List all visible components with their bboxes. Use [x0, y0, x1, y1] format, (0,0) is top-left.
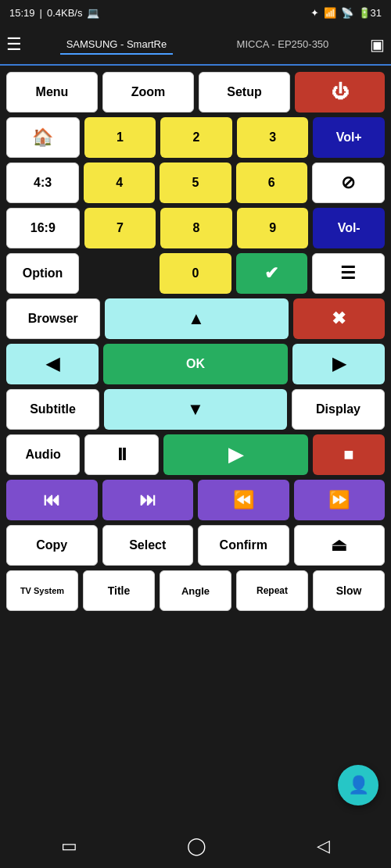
num-3-button[interactable]: 3 — [237, 117, 309, 158]
tab-samsung[interactable]: SAMSUNG - SmartRe — [60, 35, 174, 55]
close-button[interactable]: ✖ — [293, 298, 386, 339]
subtitle-button[interactable]: Subtitle — [6, 389, 99, 430]
nav-left-button[interactable]: ◀ — [6, 344, 99, 384]
slow-button[interactable]: Slow — [313, 570, 385, 611]
tvsystem-button[interactable]: TV System — [6, 570, 78, 611]
row-tvsystem: TV System Title Angle Repeat Slow — [6, 570, 385, 611]
fab-button[interactable]: 👤 — [338, 765, 378, 805]
person-icon: 👤 — [348, 775, 369, 795]
status-bar: 15:19 | 0.4KB/s 💻 ✦ 📶 📡 🔋31 — [0, 0, 391, 25]
status-speed: 0.4KB/s — [47, 7, 83, 19]
menu-icon[interactable]: ☰ — [6, 34, 22, 55]
skip-next-button[interactable]: ⏭ — [102, 480, 194, 520]
repeat-button[interactable]: Repeat — [236, 570, 308, 611]
status-device-icon: 💻 — [87, 7, 99, 19]
display-button[interactable]: Display — [292, 389, 385, 430]
num-8-button[interactable]: 8 — [160, 208, 232, 248]
title-button[interactable]: Title — [83, 570, 155, 611]
rewind-button[interactable]: ⏪ — [198, 480, 289, 520]
num-6-button[interactable]: 6 — [236, 163, 307, 203]
bottom-square-icon[interactable]: ▭ — [61, 836, 77, 856]
status-icons: ✦ 📶 📡 🔋31 — [310, 7, 382, 19]
option-button[interactable]: Option — [6, 253, 79, 294]
row-ok: ◀ OK ▶ — [6, 344, 385, 384]
row-menu: Menu Zoom Setup ⏻ — [6, 72, 385, 113]
num-5-button[interactable]: 5 — [160, 163, 231, 203]
copy-button[interactable]: Copy — [6, 525, 98, 566]
signal-icon: 📶 — [324, 7, 336, 19]
bluetooth-icon: ✦ — [310, 7, 319, 19]
menu-button[interactable]: Menu — [6, 72, 98, 113]
device-tabs: SAMSUNG - SmartRe MICCA - EP250-350 — [31, 35, 364, 55]
list-button[interactable]: ☰ — [312, 253, 385, 294]
vol-down-button[interactable]: Vol- — [313, 208, 385, 248]
num-7-button[interactable]: 7 — [84, 208, 156, 248]
row-subtitle: Subtitle ▼ Display — [6, 389, 385, 430]
aspect-43-button[interactable]: 4:3 — [6, 163, 79, 203]
home-icon: 🏠 — [32, 127, 53, 148]
power-button[interactable]: ⏻ — [295, 72, 385, 113]
num-0-button[interactable]: 0 — [160, 253, 231, 294]
skip-prev-button[interactable]: ⏮ — [6, 480, 98, 520]
row-audio: Audio ⏸ ▶ ■ — [6, 434, 385, 475]
row-num789: 16:9 7 8 9 Vol- — [6, 208, 385, 248]
block-button[interactable]: ⊘ — [312, 163, 385, 203]
row-skip: ⏮ ⏭ ⏪ ⏩ — [6, 480, 385, 520]
status-data: | — [40, 7, 42, 19]
num-1-button[interactable]: 1 — [84, 117, 156, 158]
num-2-button[interactable]: 2 — [160, 117, 232, 158]
row-num456: 4:3 4 5 6 ⊘ — [6, 163, 385, 203]
angle-button[interactable]: Angle — [160, 570, 231, 611]
row-copy: Copy Select Confirm ⏏ — [6, 525, 385, 566]
fast-forward-button[interactable]: ⏩ — [294, 480, 386, 520]
confirm-button[interactable]: Confirm — [198, 525, 289, 566]
zoom-button[interactable]: Zoom — [102, 72, 194, 113]
remote-control: Menu Zoom Setup ⏻ 🏠 1 2 3 Vol+ 4:3 4 5 6… — [0, 66, 391, 824]
audio-button[interactable]: Audio — [6, 434, 80, 475]
wifi-icon: 📡 — [341, 7, 353, 19]
eject-button[interactable]: ⏏ — [294, 525, 386, 566]
nav-bar: ☰ SAMSUNG - SmartRe MICCA - EP250-350 ▣ — [0, 25, 391, 66]
bottom-back-icon[interactable]: ◁ — [317, 836, 330, 856]
aspect-169-button[interactable]: 16:9 — [6, 208, 80, 248]
battery-icon: 🔋31 — [358, 7, 382, 19]
select-button[interactable]: Select — [102, 525, 194, 566]
nav-down-button[interactable]: ▼ — [104, 389, 287, 430]
setup-button[interactable]: Setup — [199, 72, 290, 113]
num-9-button[interactable]: 9 — [237, 208, 309, 248]
bottom-nav: ▭ ◯ ◁ — [0, 824, 391, 868]
row-option: Option 0 ✔ ☰ — [6, 253, 385, 294]
status-time: 15:19 — [9, 7, 35, 19]
screen-cast-icon[interactable]: ▣ — [370, 35, 385, 54]
num-4-button[interactable]: 4 — [84, 163, 155, 203]
play-button[interactable]: ▶ — [163, 434, 308, 475]
vol-up-button[interactable]: Vol+ — [313, 117, 385, 158]
row-num123: 🏠 1 2 3 Vol+ — [6, 117, 385, 158]
ok-button[interactable]: OK — [103, 344, 288, 384]
nav-right-button[interactable]: ▶ — [292, 344, 385, 384]
pause-button[interactable]: ⏸ — [84, 434, 158, 475]
browser-button[interactable]: Browser — [6, 298, 100, 339]
bottom-home-icon[interactable]: ◯ — [187, 836, 206, 856]
tab-micca[interactable]: MICCA - EP250-350 — [231, 35, 335, 55]
nav-up-button[interactable]: ▲ — [105, 298, 289, 339]
row-browser: Browser ▲ ✖ — [6, 298, 385, 339]
check-button[interactable]: ✔ — [236, 253, 307, 294]
stop-button[interactable]: ■ — [313, 434, 385, 475]
home-button[interactable]: 🏠 — [6, 117, 80, 158]
